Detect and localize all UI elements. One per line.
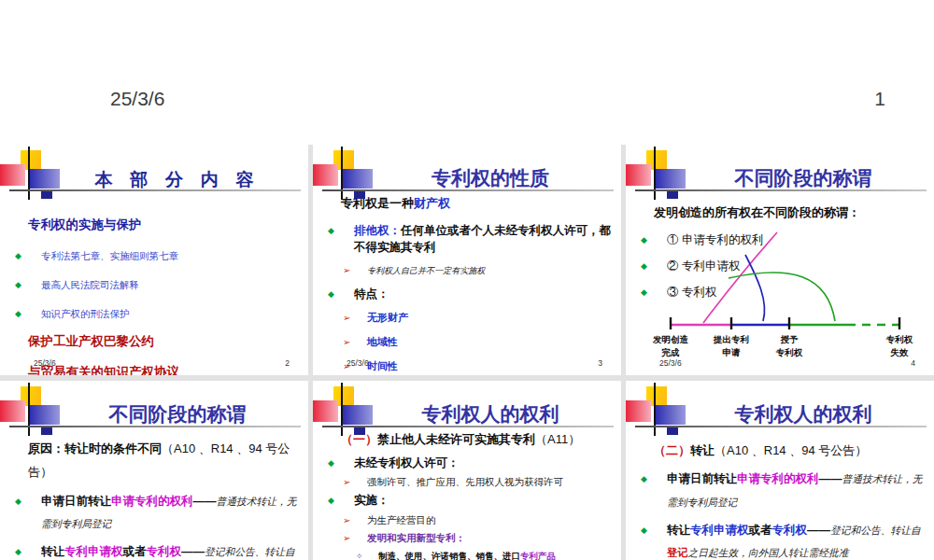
bullet-line: ➢地域性	[313, 335, 616, 350]
text-segment: 专利权人自己并不一定有实施权	[367, 266, 485, 275]
slide-2: 专利权的性质■专利权是一种财产权◆排他权：任何单位或者个人未经专利权人许可，都不…	[313, 145, 621, 375]
text-segment: （A11）	[535, 432, 580, 446]
text-segment: 申请日前转让	[41, 495, 111, 508]
bullet-line: ■（二）转让（A10 、R14 、94 号公告）	[626, 439, 928, 462]
bullet-line: ➢无形财产	[313, 311, 616, 326]
diamond-outline-bullet: ✧	[367, 551, 378, 560]
bullet-line: ➢专利权人自己并不一定有实施权	[313, 263, 616, 278]
diamond-bullet: ◆	[341, 457, 354, 469]
slide-title: 专利权人的权利	[682, 401, 925, 427]
arrow-bullet: ➢	[355, 312, 367, 326]
text-segment: 转让	[667, 524, 690, 537]
navy-square	[354, 427, 365, 435]
blue-square	[341, 405, 373, 425]
text-segment: 申请日前转让	[667, 472, 737, 485]
blue-square	[654, 405, 686, 425]
text-segment: 登记和公告、转让自	[830, 525, 921, 536]
text-segment: ——	[807, 524, 830, 537]
text-segment: 实施：	[354, 494, 389, 507]
text-segment: 无形财产	[367, 312, 408, 323]
text-segment: 专利产品	[520, 552, 556, 560]
text-segment: （二）	[654, 443, 690, 457]
bullet-line: ◆① 申请专利的权利	[626, 231, 928, 248]
bullet-line: ◆排他权：任何单位或者个人未经专利权人许可，都不得实施其专利	[313, 222, 616, 256]
arrow-bullet: ➢	[355, 336, 367, 350]
bullet-line: ◆知识产权的刑法保护	[0, 305, 303, 322]
bullet-line: ◆特点：	[313, 286, 616, 302]
slide-footer-date: 25/3/6	[34, 358, 56, 368]
bullet-line: ◆② 专利申请权	[626, 258, 928, 274]
diamond-bullet: ◆	[654, 523, 667, 539]
slide-logo-decoration	[0, 145, 65, 203]
title-underline	[635, 189, 927, 191]
arrow-bullet: ➢	[355, 264, 367, 278]
slide-title: 专利权人的权利	[369, 401, 612, 427]
text-segment: 知识产权的刑法保护	[41, 309, 130, 319]
logo-vertical-line	[28, 383, 30, 436]
text-segment: 或者	[123, 545, 147, 558]
text-segment: 强制许可、推广应用、先用权人视为获得许可	[367, 477, 563, 487]
logo-vertical-line	[341, 147, 343, 200]
red-square	[0, 400, 25, 422]
slide-title: 不同阶段的称谓	[56, 401, 299, 427]
diamond-bullet: ◆	[28, 250, 41, 262]
arrow-bullet: ➢	[355, 532, 367, 546]
text-segment: 保护工业产权巴黎公约	[28, 334, 154, 348]
title-underline	[9, 189, 301, 191]
diamond-bullet: ◆	[341, 495, 354, 507]
text-segment: 原因：转让时的条件不同	[28, 441, 162, 455]
blue-square	[28, 169, 60, 189]
text-segment: 之日起生效，向外国人转让需经批准	[688, 547, 849, 558]
diamond-bullet: ◆	[341, 288, 354, 301]
red-square	[626, 400, 651, 422]
slide-footer-date: 25/3/6	[659, 358, 682, 368]
red-square	[313, 400, 338, 422]
diamond-bullet: ◆	[28, 494, 41, 511]
text-segment: 专利申请权	[64, 545, 123, 558]
text-segment: 发明和实用新型专利：	[367, 532, 465, 543]
diamond-bullet: ◆	[654, 260, 667, 273]
text-segment: 特点：	[354, 287, 389, 301]
square-bullet: ■	[11, 218, 28, 231]
blue-square	[654, 169, 686, 189]
title-underline	[322, 426, 614, 427]
text-segment: 发明创造的所有权在不同阶段的称谓：	[654, 205, 860, 219]
navy-square	[667, 427, 678, 435]
slide-page-number: 4	[911, 358, 915, 368]
slide-page-number: 2	[285, 358, 290, 368]
slide-5: 专利权人的权利■（一）禁止他人未经许可实施其专利（A11）◆未经专利权人许可：➢…	[313, 381, 621, 560]
arrow-bullet: ➢	[355, 514, 367, 528]
blue-square	[28, 405, 60, 425]
blue-square	[341, 169, 373, 189]
bullet-line: ✧制造、使用、许诺销售、销售、进口专利产品	[313, 550, 616, 560]
text-segment: 最高人民法院司法解释	[41, 280, 139, 290]
square-bullet: ■	[637, 206, 654, 218]
text-segment: 登记	[667, 547, 688, 558]
diamond-bullet: ◆	[341, 225, 354, 237]
bullet-line: ◆申请日前转让申请专利的权利——普通技术转让，无需到专利局登记	[626, 468, 928, 513]
text-segment: 申请专利的权利	[737, 472, 819, 485]
text-segment: 申请专利的权利	[111, 495, 193, 508]
bullet-line: ◆最高人民法院司法解释	[0, 276, 303, 293]
slide-page-number: 3	[598, 358, 602, 368]
bullet-line: ◆专利法第七章、实施细则第七章	[0, 247, 303, 264]
text-segment: 转让	[690, 443, 715, 457]
text-segment: 禁止他人未经许可实施其专利	[377, 432, 535, 446]
text-segment: 财产权	[414, 196, 450, 210]
slide-title: 专利权的性质	[369, 165, 612, 191]
title-underline	[322, 189, 614, 191]
text-segment: 地域性	[367, 336, 398, 347]
square-bullet: ■	[11, 441, 28, 457]
text-segment: ——	[193, 495, 217, 508]
bullet-line: ■保护工业产权巴黎公约	[0, 332, 303, 351]
slide-3: 不同阶段的称谓■发明创造的所有权在不同阶段的称谓：◆① 申请专利的权利◆② 专利…	[626, 145, 934, 375]
text-segment: 专利权	[772, 524, 808, 537]
slide-logo-decoration	[626, 145, 691, 203]
logo-vertical-line	[341, 383, 343, 436]
diamond-bullet: ◆	[28, 544, 41, 560]
bullet-line: ◆③ 专利权	[626, 284, 928, 301]
text-segment: ② 专利申请权	[667, 259, 740, 273]
text-segment: 或者	[749, 524, 772, 537]
red-square	[626, 164, 651, 186]
text-segment: 未经专利权人许可：	[354, 456, 460, 469]
